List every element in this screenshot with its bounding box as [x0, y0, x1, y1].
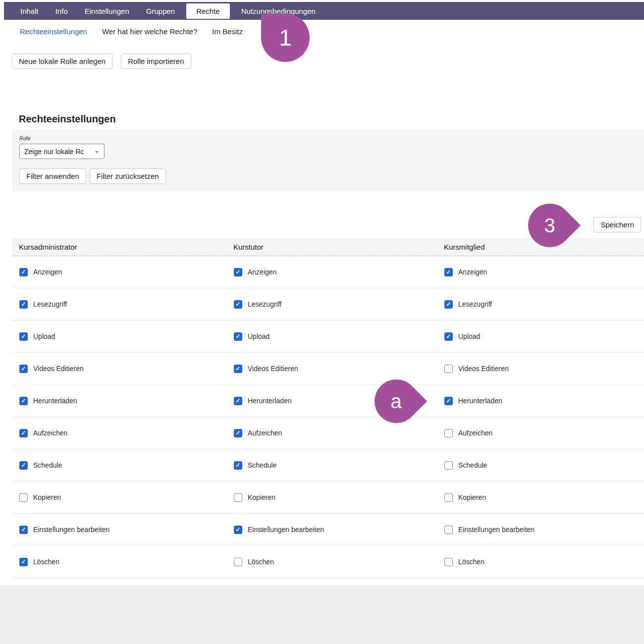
checkbox-kursadministrator-aufzeichen[interactable]: ✓	[19, 429, 28, 437]
tab-einstellungen[interactable]: Einstellungen	[76, 7, 138, 15]
checkbox-kursmitglied-löschen[interactable]	[444, 558, 453, 566]
checkbox-kursadministrator-anzeigen[interactable]: ✓	[19, 268, 28, 276]
import-role-button[interactable]: Rolle importieren	[121, 54, 191, 69]
checkbox-kursmitglied-anzeigen[interactable]: ✓	[444, 268, 453, 276]
checkbox-kurstutor-aufzeichen[interactable]: ✓	[234, 429, 242, 437]
permission-label: Upload	[33, 332, 55, 340]
subtab-wer-hat-hier-welche-rechte-[interactable]: Wer hat hier welche Rechte?	[102, 27, 197, 36]
permission-cell: Löschen	[437, 558, 644, 566]
subtab-im-besitz[interactable]: Im Besitz	[212, 27, 243, 36]
annotation-step-1-label: 1	[279, 24, 292, 51]
tab-rechte[interactable]: Rechte	[186, 3, 230, 19]
permission-label: Anzeigen	[248, 268, 276, 276]
filter-buttons: Filter anwenden Filter zurücksetzen	[19, 168, 644, 184]
permission-label: Schedule	[33, 461, 62, 469]
checkbox-kursmitglied-aufzeichen[interactable]	[444, 429, 453, 437]
table-row: ✓Aufzeichen✓AufzeichenAufzeichen	[12, 417, 644, 449]
checkmark-icon: ✓	[21, 430, 26, 436]
checkbox-kursadministrator-kopieren[interactable]	[19, 493, 28, 502]
permission-label: Lesezugriff	[248, 300, 281, 308]
checkmark-icon: ✓	[235, 366, 240, 372]
checkmark-icon: ✓	[21, 333, 26, 339]
permission-label: Einstellungen bearbeiten	[248, 526, 324, 534]
annotation-marker-a-label: a	[391, 390, 402, 413]
table-row: ✓Schedule✓ScheduleSchedule	[12, 449, 644, 482]
checkmark-icon: ✓	[235, 301, 240, 307]
permission-label: Upload	[248, 332, 269, 340]
permission-label: Schedule	[458, 461, 487, 469]
permission-label: Aufzeichen	[33, 429, 67, 437]
permission-label: Kopieren	[248, 493, 275, 501]
checkbox-kursmitglied-einstellungen-bearbeiten[interactable]	[444, 526, 453, 534]
permission-cell: ✓Upload	[226, 332, 437, 341]
role-select[interactable]: Zeige nur lokale Rc ⌄	[19, 144, 105, 159]
permissions-table: KursadministratorKurstutorKursmitglied ✓…	[12, 238, 644, 578]
checkbox-kursadministrator-einstellungen-bearbeiten[interactable]: ✓	[19, 526, 28, 534]
table-row: ✓Anzeigen✓Anzeigen✓Anzeigen	[12, 256, 644, 288]
annotation-step-1: 1	[261, 13, 310, 62]
checkmark-icon: ✓	[446, 301, 451, 307]
checkbox-kursmitglied-upload[interactable]: ✓	[444, 332, 453, 341]
checkmark-icon: ✓	[21, 366, 26, 372]
checkbox-kurstutor-lesezugriff[interactable]: ✓	[234, 300, 242, 309]
permission-label: Herunterladen	[33, 397, 77, 405]
permissions-body: ✓Anzeigen✓Anzeigen✓Anzeigen✓Lesezugriff✓…	[12, 256, 644, 578]
checkbox-kurstutor-löschen[interactable]	[234, 558, 242, 566]
permission-label: Videos Editieren	[458, 365, 509, 373]
permission-label: Einstellungen bearbeiten	[458, 526, 535, 534]
column-header-kursadministrator: Kursadministrator	[12, 243, 226, 251]
checkbox-kursadministrator-herunterladen[interactable]: ✓	[19, 397, 28, 405]
permission-label: Schedule	[248, 461, 276, 469]
permission-cell: ✓Schedule	[226, 461, 437, 470]
table-row: ✓Videos Editieren✓Videos EditierenVideos…	[12, 353, 644, 385]
checkmark-icon: ✓	[21, 559, 26, 565]
checkbox-kursmitglied-schedule[interactable]	[444, 461, 453, 470]
role-label: Rolle	[19, 136, 644, 141]
checkbox-kursadministrator-lesezugriff[interactable]: ✓	[19, 300, 28, 309]
permission-label: Löschen	[248, 558, 274, 566]
new-local-role-button[interactable]: Neue lokale Rolle anlegen	[12, 54, 112, 69]
checkbox-kursadministrator-upload[interactable]: ✓	[19, 332, 28, 341]
checkmark-icon: ✓	[21, 462, 26, 468]
checkbox-kursmitglied-kopieren[interactable]	[444, 493, 453, 502]
permission-cell: Kopieren	[437, 493, 644, 502]
checkbox-kurstutor-anzeigen[interactable]: ✓	[234, 268, 242, 276]
tab-info[interactable]: Info	[47, 7, 76, 15]
tab-gruppen[interactable]: Gruppen	[138, 7, 183, 15]
annotation-step-3-label: 3	[544, 215, 555, 237]
permission-label: Upload	[458, 332, 480, 340]
apply-filter-button[interactable]: Filter anwenden	[19, 168, 86, 184]
checkbox-kurstutor-videos-editieren[interactable]: ✓	[234, 365, 242, 373]
checkbox-kursmitglied-herunterladen[interactable]: ✓	[444, 397, 453, 405]
checkbox-kurstutor-schedule[interactable]: ✓	[234, 461, 242, 470]
subtab-rechteeinstellungen[interactable]: Rechteeinstellungen	[20, 27, 87, 36]
checkmark-icon: ✓	[235, 398, 240, 404]
checkbox-kurstutor-kopieren[interactable]	[234, 493, 242, 502]
checkbox-kurstutor-einstellungen-bearbeiten[interactable]: ✓	[234, 526, 242, 534]
checkmark-icon: ✓	[21, 398, 26, 404]
reset-filter-button[interactable]: Filter zurücksetzen	[90, 168, 166, 184]
permission-cell: ✓Herunterladen	[12, 397, 226, 405]
checkmark-icon: ✓	[235, 269, 240, 275]
permission-label: Herunterladen	[248, 397, 292, 405]
checkbox-kursadministrator-videos-editieren[interactable]: ✓	[19, 365, 28, 373]
permission-label: Aufzeichen	[248, 429, 282, 437]
checkbox-kursmitglied-lesezugriff[interactable]: ✓	[444, 300, 453, 309]
checkbox-kurstutor-herunterladen[interactable]: ✓	[234, 397, 242, 405]
table-row: KopierenKopierenKopieren	[12, 482, 644, 514]
checkbox-kursadministrator-löschen[interactable]: ✓	[19, 558, 28, 566]
checkbox-kursmitglied-videos-editieren[interactable]	[444, 365, 453, 373]
page-background-strip	[0, 585, 644, 644]
permission-cell: ✓Anzeigen	[226, 268, 437, 276]
checkmark-icon: ✓	[235, 430, 240, 436]
checkbox-kursadministrator-schedule[interactable]: ✓	[19, 461, 28, 470]
checkmark-icon: ✓	[235, 527, 240, 533]
checkmark-icon: ✓	[446, 269, 451, 275]
permission-label: Anzeigen	[458, 268, 487, 276]
permission-cell: ✓Videos Editieren	[12, 365, 226, 373]
save-button[interactable]: Speichern	[593, 217, 641, 232]
tab-inhalt[interactable]: Inhalt	[12, 7, 47, 15]
role-select-value: Zeige nur lokale Rc	[24, 148, 84, 156]
permission-cell: ✓Einstellungen bearbeiten	[12, 526, 226, 534]
checkbox-kurstutor-upload[interactable]: ✓	[234, 332, 242, 341]
